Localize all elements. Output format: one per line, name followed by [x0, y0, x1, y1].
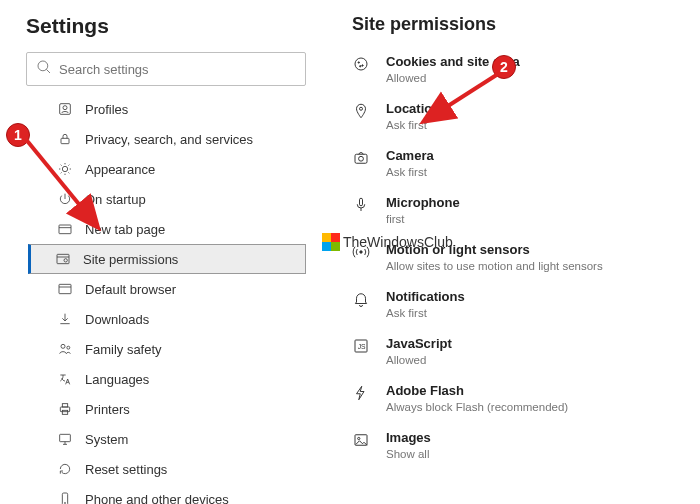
svg-rect-9	[59, 284, 71, 293]
svg-rect-12	[60, 407, 69, 412]
sidebar-item-phone-devices[interactable]: Phone and other devices	[28, 484, 306, 504]
search-input[interactable]	[59, 62, 297, 77]
sidebar-item-label: Privacy, search, and services	[85, 132, 253, 147]
browser-icon	[57, 281, 73, 297]
sidebar-item-profiles[interactable]: Profiles	[28, 94, 306, 124]
sidebar-item-label: Reset settings	[85, 462, 167, 477]
sidebar-item-default-browser[interactable]: Default browser	[28, 274, 306, 304]
sidebar-item-label: New tab page	[85, 222, 165, 237]
sidebar-item-languages[interactable]: Languages	[28, 364, 306, 394]
sidebar-item-on-startup[interactable]: On startup	[28, 184, 306, 214]
svg-point-25	[359, 156, 364, 161]
perm-name: Notifications	[386, 288, 465, 305]
perm-sub: Ask first	[386, 165, 434, 180]
settings-sidebar: Settings Profiles Privacy, search, and s…	[26, 14, 306, 504]
svg-point-11	[67, 346, 70, 349]
windows-flag-icon	[322, 233, 340, 251]
svg-point-23	[360, 107, 363, 110]
bell-icon	[352, 290, 370, 308]
download-icon	[57, 311, 73, 327]
profile-icon	[57, 101, 73, 117]
reset-icon	[57, 461, 73, 477]
phone-icon	[57, 491, 73, 504]
family-icon	[57, 341, 73, 357]
section-title: Site permissions	[352, 14, 688, 35]
svg-point-27	[360, 251, 362, 253]
sidebar-item-reset-settings[interactable]: Reset settings	[28, 454, 306, 484]
lock-icon	[57, 131, 73, 147]
annotation-badge-1: 1	[6, 123, 30, 147]
watermark-text: TheWindowsClub	[343, 234, 453, 250]
svg-rect-24	[355, 154, 367, 163]
system-icon	[57, 431, 73, 447]
svg-point-0	[38, 61, 48, 71]
perm-name: Location	[386, 100, 440, 117]
sidebar-item-label: Printers	[85, 402, 130, 417]
annotation-badge-2: 2	[492, 55, 516, 79]
sidebar-item-system[interactable]: System	[28, 424, 306, 454]
microphone-icon	[352, 196, 370, 214]
perm-javascript[interactable]: JS JavaScriptAllowed	[352, 335, 688, 368]
sidebar-item-label: Site permissions	[83, 252, 178, 267]
sidebar-item-label: Family safety	[85, 342, 162, 357]
search-icon	[35, 58, 59, 80]
perm-camera[interactable]: CameraAsk first	[352, 147, 688, 180]
location-icon	[352, 102, 370, 120]
svg-point-17	[64, 502, 65, 503]
sidebar-item-printers[interactable]: Printers	[28, 394, 306, 424]
perm-adobe-flash[interactable]: Adobe FlashAlways block Flash (recommend…	[352, 382, 688, 415]
svg-rect-15	[60, 434, 71, 441]
sidebar-item-label: Appearance	[85, 162, 155, 177]
svg-point-10	[61, 344, 65, 348]
svg-point-21	[362, 65, 363, 66]
svg-point-31	[358, 437, 360, 439]
cookie-icon	[352, 55, 370, 73]
perm-sub: Allowed	[386, 353, 452, 368]
appearance-icon	[57, 161, 73, 177]
sidebar-item-label: On startup	[85, 192, 146, 207]
sidebar-item-label: Default browser	[85, 282, 176, 297]
sidebar-item-label: System	[85, 432, 128, 447]
sidebar-item-appearance[interactable]: Appearance	[28, 154, 306, 184]
svg-point-8	[64, 259, 67, 262]
sidebar-item-new-tab-page[interactable]: New tab page	[28, 214, 306, 244]
perm-location[interactable]: LocationAsk first	[352, 100, 688, 133]
perm-sub: first	[386, 212, 460, 227]
sidebar-item-privacy[interactable]: Privacy, search, and services	[28, 124, 306, 154]
svg-point-19	[355, 58, 367, 70]
perm-sub: Always block Flash (recommended)	[386, 400, 568, 415]
javascript-icon: JS	[352, 337, 370, 355]
svg-line-1	[46, 69, 50, 73]
perm-name: Adobe Flash	[386, 382, 568, 399]
printer-icon	[57, 401, 73, 417]
svg-rect-13	[62, 404, 67, 407]
perm-images[interactable]: ImagesShow all	[352, 429, 688, 462]
image-icon	[352, 431, 370, 449]
power-icon	[57, 191, 73, 207]
sidebar-item-label: Downloads	[85, 312, 149, 327]
language-icon	[57, 371, 73, 387]
perm-name: Camera	[386, 147, 434, 164]
flash-icon	[352, 384, 370, 402]
perm-name: Microphone	[386, 194, 460, 211]
sidebar-item-site-permissions[interactable]: Site permissions	[28, 244, 306, 274]
perm-sub: Ask first	[386, 118, 440, 133]
perm-notifications[interactable]: NotificationsAsk first	[352, 288, 688, 321]
tab-icon	[57, 221, 73, 237]
sidebar-item-downloads[interactable]: Downloads	[28, 304, 306, 334]
perm-sub: Show all	[386, 447, 431, 462]
perm-sub: Allow sites to use motion and light sens…	[386, 259, 603, 274]
svg-point-20	[358, 62, 359, 63]
permissions-icon	[55, 251, 71, 267]
svg-point-5	[62, 166, 67, 171]
perm-cookies[interactable]: Cookies and site dataAllowed	[352, 53, 688, 86]
svg-rect-6	[59, 225, 71, 234]
watermark: TheWindowsClub	[322, 233, 453, 251]
svg-rect-4	[61, 138, 69, 143]
svg-rect-14	[62, 410, 67, 414]
search-settings-box[interactable]	[26, 52, 306, 86]
sidebar-item-family-safety[interactable]: Family safety	[28, 334, 306, 364]
perm-sub: Ask first	[386, 306, 465, 321]
perm-microphone[interactable]: Microphonefirst	[352, 194, 688, 227]
svg-text:JS: JS	[358, 343, 366, 350]
